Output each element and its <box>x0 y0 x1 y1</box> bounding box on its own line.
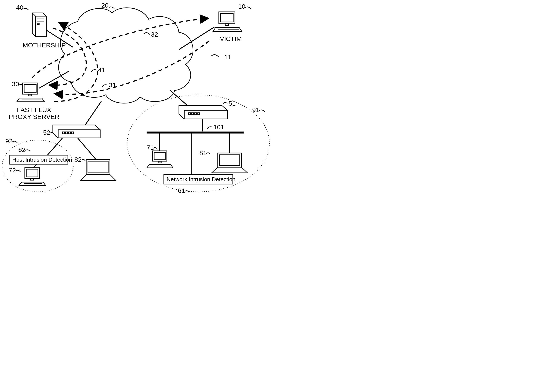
ref-101: 101 <box>213 123 224 131</box>
ref-31: 31 <box>109 82 116 89</box>
computer-71-icon <box>147 151 173 168</box>
ref-32: 32 <box>151 31 158 38</box>
mothership-label: MOTHERSHIP <box>23 41 66 49</box>
svg-rect-11 <box>29 94 32 96</box>
svg-line-33 <box>33 164 37 168</box>
net-ids-label: Network Intrusion Detection <box>167 176 235 182</box>
svg-rect-31 <box>31 179 34 180</box>
victim-label: VICTIM <box>220 35 242 42</box>
ref-30: 30 <box>12 80 19 88</box>
host-ids-label: Host Intrusion Detection <box>12 156 72 163</box>
laptop-81-icon <box>212 153 247 173</box>
svg-rect-2 <box>37 23 39 24</box>
fastflux-label-1: FAST FLUX <box>17 106 51 113</box>
mothership-server-icon <box>32 13 46 37</box>
router-52-icon <box>53 125 100 138</box>
svg-line-27 <box>170 90 188 106</box>
fastflux-computer-icon <box>17 83 44 102</box>
ref-40: 40 <box>16 4 23 11</box>
cloud-icon <box>59 8 193 103</box>
svg-line-28 <box>47 138 63 155</box>
flow-31 <box>54 23 98 101</box>
ref-91: 91 <box>252 106 259 113</box>
flow-41 <box>49 28 86 85</box>
ref-52: 52 <box>43 129 50 136</box>
ref-20: 20 <box>101 2 108 9</box>
ref-92: 92 <box>5 138 13 145</box>
svg-rect-42 <box>158 161 161 163</box>
flow-11 <box>55 41 209 94</box>
svg-rect-6 <box>225 24 229 25</box>
svg-line-8 <box>179 27 214 49</box>
laptop-82-icon <box>80 159 116 180</box>
ref-11: 11 <box>224 53 231 61</box>
ref-71: 71 <box>147 144 154 151</box>
ref-72: 72 <box>9 167 16 174</box>
ref-81: 81 <box>199 149 206 156</box>
ref-41: 41 <box>98 66 105 74</box>
victim-computer-icon <box>213 12 242 32</box>
network-diagram: 20 MOTHERSHIP 40 VICTIM 10 <box>0 0 278 196</box>
fastflux-label-2: PROXY SERVER <box>9 113 59 120</box>
svg-line-13 <box>39 71 69 88</box>
ref-82: 82 <box>74 156 82 163</box>
computer-72-icon <box>19 168 46 186</box>
svg-line-20 <box>85 101 101 125</box>
ref-62: 62 <box>18 146 25 153</box>
ref-61: 61 <box>178 187 185 194</box>
ref-51: 51 <box>229 100 236 107</box>
router-51-icon <box>179 106 227 119</box>
ref-10: 10 <box>238 3 245 10</box>
